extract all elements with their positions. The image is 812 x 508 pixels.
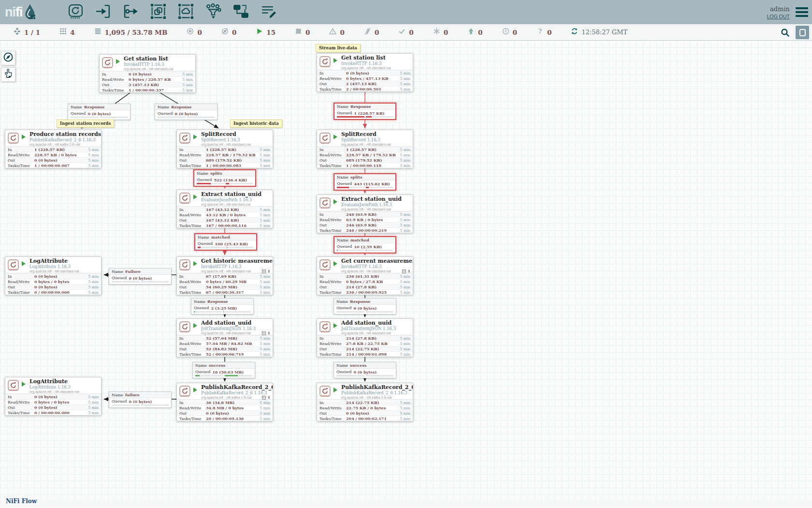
connection-label[interactable]: NameResponseQueued0 (0 bytes) bbox=[334, 298, 396, 314]
canvas-label[interactable]: Ingest historic data bbox=[230, 120, 282, 128]
last-refreshed[interactable]: 12:58:27 GMT bbox=[571, 28, 627, 37]
connection-label[interactable]: NamesuccessQueued16 (50.03 MB) bbox=[192, 362, 255, 378]
queued-label: Queued bbox=[336, 306, 351, 310]
processor-icon bbox=[179, 386, 190, 397]
processor-node[interactable]: Get station listInvokeHTTP 1.16.3org.apa… bbox=[99, 54, 196, 93]
processor-node[interactable]: PublishKafkaRecord_2_6PublishKafkaRecord… bbox=[317, 383, 413, 421]
logout-link[interactable]: LOG OUT bbox=[767, 14, 790, 19]
stat-window: 5 min bbox=[260, 224, 271, 228]
connection-label[interactable]: NamematchedQueued10 (2.59 KB) bbox=[334, 236, 396, 254]
processor-node[interactable]: Add station_uuidJoltTransformJSON 1.16.3… bbox=[176, 318, 273, 357]
processor-node[interactable]: Extract station_uuidEvaluateJsonPath 1.1… bbox=[317, 194, 413, 233]
processor-title: Add station_uuid bbox=[341, 320, 413, 326]
processor-bundle: org.apache.nifi - nifi-kafka-2-6-nar bbox=[29, 142, 101, 147]
stat-value: 228.57 KB / 179.52 KB bbox=[206, 152, 260, 157]
stat-value: 0 bytes / 60.29 MB bbox=[206, 279, 260, 284]
stat-value: 0 (0 bytes) bbox=[34, 284, 88, 289]
label-button[interactable] bbox=[259, 2, 278, 22]
refresh-icon[interactable] bbox=[571, 28, 578, 37]
template-tool-icon bbox=[233, 3, 249, 21]
global-menu-button[interactable] bbox=[796, 7, 808, 17]
stat-value: 214 (22.75 KB) bbox=[346, 400, 400, 405]
flow-canvas[interactable]: NiFi Flow Get station listInvokeHTTP 1.1… bbox=[0, 41, 812, 508]
template-button[interactable] bbox=[231, 2, 250, 22]
nifi-drop-icon bbox=[23, 3, 37, 21]
processor-node[interactable]: Get current measurementInvokeHTTP 1.16.3… bbox=[317, 256, 413, 295]
connection-label[interactable]: NamematchedQueued100 (25.43 KB) bbox=[194, 233, 257, 251]
process-group-button[interactable] bbox=[148, 2, 168, 22]
backpressure-bar bbox=[195, 375, 223, 376]
stat-window: 5 min bbox=[400, 158, 411, 163]
processor-node[interactable]: Extract station_uuidEvaluateJsonPath 1.1… bbox=[176, 190, 273, 228]
stopped-status: 0 bbox=[295, 28, 310, 37]
stat-value: 0 / 00:00:00.000 bbox=[34, 410, 88, 415]
processor-button[interactable] bbox=[66, 2, 85, 22]
connection-label[interactable]: NameResponseQueued1 (228.57 KB) bbox=[334, 103, 396, 120]
stat-value: 0 / 00:00:00.000 bbox=[34, 290, 88, 295]
processor-node[interactable]: LogAttributeLogAttribute 1.16.3org.apach… bbox=[5, 256, 102, 295]
connection-name-row: Namematched bbox=[334, 237, 395, 243]
svg-text:?: ? bbox=[538, 28, 542, 35]
birdseye-button[interactable] bbox=[1, 51, 15, 65]
connection-label[interactable]: NameResponseQueued0 (0 bytes) bbox=[68, 104, 130, 120]
processor-node[interactable]: Produce station recordsPublishKafkaRecor… bbox=[5, 130, 102, 168]
connection-label[interactable]: NameResponseQueued0 (0 bytes) bbox=[155, 104, 218, 120]
search-button[interactable] bbox=[779, 27, 791, 38]
stat-label: Out bbox=[319, 82, 346, 86]
active-threads-icon bbox=[262, 329, 266, 337]
connection-label[interactable]: NameFailureQueued0 (0 bytes) bbox=[109, 268, 172, 284]
processor-stats: In236 (61.31 KB)5 minRead/Write0 bytes /… bbox=[317, 273, 413, 295]
remote-process-group-button[interactable] bbox=[176, 2, 195, 22]
connection-label[interactable]: NameResponseQueued2 (3.25 MB) bbox=[191, 298, 254, 314]
processor-node[interactable]: PublishKafkaRecord_2_6PublishKafkaRecord… bbox=[176, 383, 273, 421]
connection-queued-row: Queued2 (3.25 MB) bbox=[191, 305, 253, 311]
canvas-label[interactable]: Ingest station records bbox=[57, 120, 114, 128]
stat-row: Out0 (0 bytes)5 min bbox=[5, 284, 101, 289]
processor-node[interactable]: Get historic measurementsInvokeHTTP 1.16… bbox=[176, 256, 273, 295]
connection-queued-row: Queued0 (0 bytes) bbox=[68, 110, 130, 117]
processor-title: Produce station records bbox=[29, 132, 101, 137]
stat-window: 5 min bbox=[260, 218, 271, 223]
input-port-button[interactable] bbox=[93, 2, 113, 22]
breadcrumb[interactable]: NiFi Flow bbox=[6, 498, 37, 505]
stat-label: Out bbox=[8, 158, 34, 163]
connection-label[interactable]: NamefailureQueued0 (0 bytes) bbox=[109, 391, 172, 408]
stat-value: 167 / 00:00:00.116 bbox=[206, 223, 260, 228]
processor-bundle: org.apache.nifi - nifi-standard-nar bbox=[201, 202, 273, 207]
nifi-logo[interactable]: nifi bbox=[5, 3, 53, 21]
processor-bundle: org.apache.nifi - nifi-standard-nar bbox=[124, 67, 195, 71]
up-to-date-status: 0 bbox=[398, 28, 413, 37]
backpressure-bar bbox=[225, 375, 253, 376]
stat-label: Read/Write bbox=[8, 153, 34, 157]
stat-value: 0 (0 bytes) bbox=[34, 274, 88, 279]
status-value: 1,095 / 53.78 MB bbox=[105, 29, 168, 36]
output-port-button[interactable] bbox=[121, 2, 140, 22]
funnel-button[interactable] bbox=[203, 2, 223, 22]
processor-bundle: org.apache.nifi - nifi-kafka-2-6-nar bbox=[341, 395, 413, 400]
connection-label[interactable]: NamesuccessQueued0 (0 bytes) bbox=[334, 362, 396, 378]
processor-type: PublishKafkaRecord_2_6 1.16.3 bbox=[29, 137, 101, 142]
processor-title: Get station list bbox=[341, 55, 413, 61]
processor-node[interactable]: SplitRecordSplitRecord 1.16.3org.apache.… bbox=[317, 130, 413, 168]
processor-node[interactable]: LogAttributeLogAttribute 1.16.3org.apach… bbox=[5, 377, 102, 416]
stat-row: Tasks/Time1 / 00:00:00.0835 min bbox=[177, 163, 273, 168]
stat-label: In bbox=[179, 274, 206, 279]
input-port-tool-icon bbox=[95, 3, 111, 21]
relationship-name: Response bbox=[84, 105, 105, 109]
connection-queued-row: Queued0 (0 bytes) bbox=[334, 305, 396, 311]
processor-node[interactable]: Add station_uuidJoltTransformJSON 1.16.3… bbox=[317, 318, 413, 357]
processor-node[interactable]: SplitRecordSplitRecord 1.16.3org.apache.… bbox=[176, 130, 273, 168]
processor-title: PublishKafkaRecord_2_6 bbox=[341, 385, 413, 390]
stat-row: Tasks/Time1 / 00:00:00.1185 min bbox=[317, 163, 413, 168]
side-panel-toggle-button[interactable] bbox=[796, 26, 809, 39]
processor-icon bbox=[8, 259, 19, 270]
stat-value: 27.8 KB / 22.75 KB bbox=[346, 341, 400, 346]
hand-button[interactable] bbox=[1, 67, 15, 82]
connection-label[interactable]: NamesplitsQueued522 (136.4 KB) bbox=[193, 169, 256, 187]
canvas-label[interactable]: Stream live-data bbox=[316, 44, 361, 52]
stat-value: 67 / 00:00:30.317 bbox=[206, 290, 260, 295]
processor-node[interactable]: Get station listInvokeHTTP 1.16.3org.apa… bbox=[317, 53, 413, 92]
stat-row: In36 (34.8 MB)5 min bbox=[177, 400, 273, 405]
connection-label[interactable]: NamesplitsQueued443 (115.62 KB) bbox=[334, 173, 396, 191]
invalid-status: 0 bbox=[329, 28, 344, 37]
